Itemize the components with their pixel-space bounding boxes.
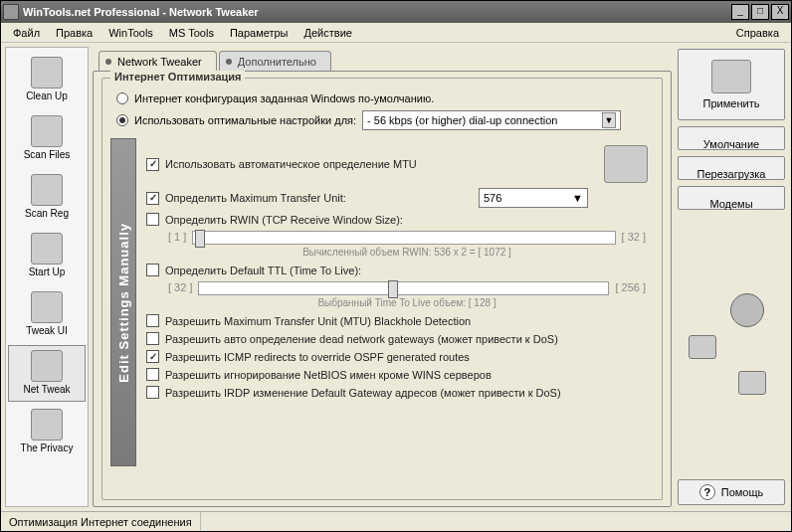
ttl-caption: Выбранный Time To Live объем: [ 128 ] <box>166 297 648 308</box>
tab-bar: Network Tweaker Дополнительно <box>93 47 672 71</box>
sidebar-item-tweakui[interactable]: Tweak UI <box>8 286 86 343</box>
bullet-icon <box>105 59 111 65</box>
label-irdp: Разрешить IRDP изменение Default Gateway… <box>165 387 561 399</box>
modem-device-icon <box>604 145 648 183</box>
close-button[interactable]: X <box>771 4 789 20</box>
tab-network-tweaker[interactable]: Network Tweaker <box>99 51 217 71</box>
checkbox-mtu-auto[interactable] <box>146 158 159 171</box>
defaults-button[interactable]: Умолчание <box>678 126 785 150</box>
chevron-down-icon: ▼ <box>602 112 616 128</box>
computer-node-icon <box>689 335 716 359</box>
sidebar-item-scanreg[interactable]: Scan Reg <box>8 169 86 226</box>
menu-wintools[interactable]: WinTools <box>100 25 161 41</box>
modems-button[interactable]: Модемы <box>678 186 785 210</box>
manual-settings-list: Использовать автоматическое определение … <box>144 138 654 466</box>
question-icon: ? <box>699 484 715 500</box>
label-netbios: Разрешить игнорирование NetBIOS имен кро… <box>165 369 492 381</box>
sidebar-item-cleanup[interactable]: Clean Up <box>8 52 86 108</box>
chevron-down-icon: ▼ <box>572 192 583 204</box>
internet-optimization-group: Интернет Оптимизация Интернет конфигурац… <box>101 78 663 500</box>
privacy-icon <box>31 409 63 441</box>
startup-icon <box>31 233 63 265</box>
status-text: Оптимизация Интернет соединения <box>1 512 201 531</box>
slider-thumb[interactable] <box>195 230 205 248</box>
connection-type-combo[interactable]: - 56 kbps (or higher) dial-up connection… <box>362 110 621 130</box>
apply-button[interactable]: Применить <box>678 49 785 120</box>
checkbox-ttl[interactable] <box>146 264 159 276</box>
app-icon <box>3 4 19 20</box>
rwin-slider[interactable] <box>192 231 615 245</box>
globe-icon <box>730 293 764 327</box>
radio-optimal-config[interactable] <box>116 114 128 126</box>
rwin-caption: Вычисленный объем RWIN: 536 x 2 = [ 1072… <box>166 247 648 258</box>
sidebar-item-startup[interactable]: Start Up <box>8 228 86 284</box>
ttl-slider[interactable] <box>198 281 609 295</box>
phone-download-icon <box>711 60 751 93</box>
menu-file[interactable]: Файл <box>5 25 48 41</box>
sidebar: Clean Up Scan Files Scan Reg Start Up Tw… <box>5 47 89 507</box>
sidebar-item-nettweak[interactable]: Net Tweak <box>8 345 86 402</box>
window-title: WinTools.net Professional - Network Twea… <box>23 6 731 18</box>
rwin-min: [ 1 ] <box>168 231 186 245</box>
checkbox-blackhole[interactable] <box>146 314 159 327</box>
menu-params[interactable]: Параметры <box>222 25 297 41</box>
manual-settings-bar: Edit Settings Manually <box>110 138 136 466</box>
label-rwin: Определить RWIN (TCP Receive Window Size… <box>165 214 403 226</box>
checkbox-icmp[interactable] <box>146 350 159 363</box>
menu-edit[interactable]: Правка <box>48 25 100 41</box>
menu-action[interactable]: Действие <box>297 25 360 41</box>
broom-icon <box>31 57 63 89</box>
checkbox-deadgw[interactable] <box>146 332 159 345</box>
sidebar-item-scanfiles[interactable]: Scan Files <box>8 110 86 167</box>
title-bar: WinTools.net Professional - Network Twea… <box>1 1 791 23</box>
app-window: WinTools.net Professional - Network Twea… <box>0 0 792 532</box>
checkbox-irdp[interactable] <box>146 386 159 399</box>
ttl-min: [ 32 ] <box>168 281 192 295</box>
tweak-icon <box>31 291 63 323</box>
minimize-button[interactable]: _ <box>731 4 749 20</box>
registry-icon <box>31 174 63 206</box>
mtu-value-combo[interactable]: 576 ▼ <box>479 188 588 208</box>
menu-help[interactable]: Справка <box>728 25 787 41</box>
maximize-button[interactable]: □ <box>751 4 769 20</box>
radio-default-label: Интернет конфигурация заданная Windows п… <box>134 92 434 104</box>
connection-type-value: - 56 kbps (or higher) dial-up connection <box>367 114 557 126</box>
menu-bar: Файл Правка WinTools MS Tools Параметры … <box>1 23 791 43</box>
network-diagram-icon <box>687 275 776 415</box>
label-mtu-define: Определить Maximum Transfer Unit: <box>165 192 346 204</box>
sidebar-item-privacy[interactable]: The Privacy <box>8 404 86 460</box>
laptop-node-icon <box>738 371 766 395</box>
checkbox-mtu-define[interactable] <box>146 192 159 205</box>
label-deadgw: Разрешить авто определение dead network … <box>165 333 558 345</box>
label-mtu-auto: Использовать автоматическое определение … <box>165 158 417 170</box>
ttl-max: [ 256 ] <box>615 281 646 295</box>
content-panel: Интернет Оптимизация Интернет конфигурац… <box>93 71 672 507</box>
label-ttl: Определить Default TTL (Time To Live): <box>165 265 361 276</box>
status-bar: Оптимизация Интернет соединения <box>1 511 791 531</box>
radio-optimal-label: Использовать оптимальные настройки для: <box>134 114 356 126</box>
checkbox-netbios[interactable] <box>146 368 159 381</box>
network-icon <box>31 350 63 382</box>
menu-mstools[interactable]: MS Tools <box>161 25 222 41</box>
radio-default-config[interactable] <box>116 92 128 104</box>
group-title: Интернет Оптимизация <box>110 71 245 83</box>
files-icon <box>31 115 63 147</box>
label-blackhole: Разрешить Maximum Transfer Unit (MTU) Bl… <box>165 315 471 327</box>
right-panel: Применить Умолчание Перезагрузка Модемы … <box>676 47 787 507</box>
checkbox-rwin[interactable] <box>146 213 159 226</box>
rwin-max: [ 32 ] <box>622 231 646 245</box>
label-icmp: Разрешить ICMP redirects to override OSP… <box>165 351 470 363</box>
bullet-icon <box>226 59 232 65</box>
tab-extra[interactable]: Дополнительно <box>219 51 331 71</box>
restart-button[interactable]: Перезагрузка <box>678 156 785 180</box>
slider-thumb[interactable] <box>388 280 398 298</box>
help-button[interactable]: ? Помощь <box>678 479 785 505</box>
